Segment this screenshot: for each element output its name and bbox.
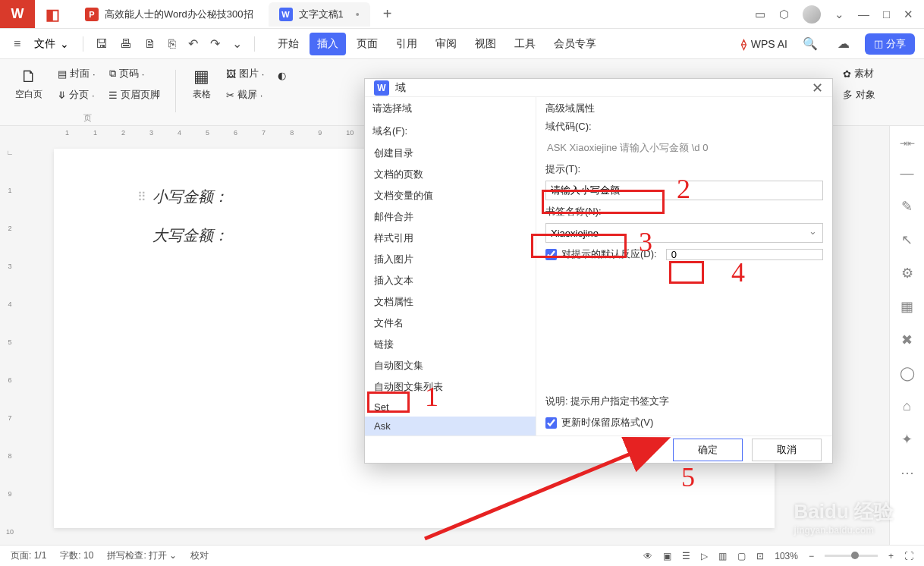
field-item[interactable]: Set [365,398,536,417]
prompt-input[interactable] [545,181,823,200]
undo-icon[interactable]: ↶ [184,33,203,54]
grid-icon[interactable]: ▦ [900,298,913,315]
maximize-icon[interactable]: □ [883,8,890,20]
tab-start[interactable]: 开始 [270,33,306,55]
hamburger-icon[interactable]: ≡ [9,34,25,54]
compress-icon[interactable]: ⇥⇤ [900,138,915,149]
avatar[interactable] [803,5,821,24]
titlebar: W ◧ P 高效能人士的Word办公秘技300招 W 文字文稿1 • + ▭ ⬡… [0,0,924,29]
pdf-app-icon[interactable]: ◧ [35,0,70,28]
book-icon[interactable]: ▥ [718,551,727,561]
cloud-upload-icon[interactable]: ☁ [833,33,854,54]
search-icon[interactable]: 🔍 [798,33,822,54]
shapes-icon[interactable]: ◐ [275,68,289,83]
share-button[interactable]: ◫ 分享 [865,33,915,55]
list-icon[interactable]: ☰ [682,551,690,561]
page-break-button[interactable]: ⤋ 分页 · [55,86,98,103]
field-item-ask[interactable]: Ask [365,417,536,436]
tab-2-label: 文字文稿1 [299,8,344,21]
page-view-icon[interactable]: ▢ [737,551,746,561]
tab-page[interactable]: 页面 [349,33,385,55]
field-list[interactable]: 创建目录 文档的页数 文档变量的值 邮件合并 样式引用 插入图片 插入文本 文档… [365,143,536,436]
field-item[interactable]: 文档属性 [365,291,536,313]
more-icon[interactable]: ✦ [901,431,913,448]
field-item[interactable]: 创建目录 [365,143,536,164]
save-icon[interactable]: 🖫 [91,34,112,54]
cover-button[interactable]: ▤ 封面 · [55,65,99,82]
tab-view[interactable]: 视图 [467,33,504,55]
wps-app-icon[interactable]: W [0,0,35,28]
default-response-input[interactable] [666,249,823,260]
minus-icon[interactable]: — [900,165,914,181]
bookmark-input[interactable] [545,223,823,243]
page-indicator[interactable]: 页面: 1/1 [11,549,46,562]
field-item[interactable]: 文档的页数 [365,164,536,185]
view-mode-icon[interactable]: ▣ [663,551,671,561]
word-count[interactable]: 字数: 10 [60,549,93,562]
add-tab-button[interactable]: + [376,5,399,23]
spell-check-status[interactable]: 拼写检查: 打开 ⌄ [107,549,177,562]
field-item[interactable]: 插入文本 [365,270,536,291]
tab-member[interactable]: 会员专享 [546,33,604,55]
ellipsis-icon[interactable]: ⋯ [900,464,914,481]
field-item[interactable]: 插入图片 [365,249,536,270]
preview-icon[interactable]: 🗎 [140,34,161,54]
box-icon[interactable]: ▭ [755,8,765,21]
format-icon[interactable]: ⌂ [903,398,911,414]
minimize-icon[interactable]: — [858,8,869,20]
document-tab-2[interactable]: W 文字文稿1 • [269,2,370,27]
page-number-button[interactable]: ⧉ 页码 · [106,65,148,82]
document-tab-1[interactable]: P 高效能人士的Word办公秘技300招 [74,2,264,27]
table-button[interactable]: ▦表格 [188,65,215,102]
ruler-tick: 2 [8,225,11,232]
field-item[interactable]: 自动图文集 [365,355,536,376]
play-icon[interactable]: ▷ [701,551,708,561]
zoom-value[interactable]: 103% [775,551,798,561]
field-item[interactable]: 样式引用 [365,228,536,249]
dialog-close-button[interactable]: ✕ [812,80,823,96]
tab-review[interactable]: 审阅 [428,33,464,55]
cover-label: 封面 [70,67,90,80]
pencil-icon[interactable]: ✎ [901,198,913,215]
header-footer-button[interactable]: ☰ 页眉页脚 [105,86,163,103]
zoom-slider[interactable] [825,555,878,557]
blank-page-label: 空白页 [15,88,42,101]
field-item[interactable]: 邮件合并 [365,206,536,228]
proof-status[interactable]: 校对 [190,549,209,562]
tab-tools[interactable]: 工具 [507,33,543,55]
close-icon[interactable]: ✕ [904,8,913,21]
ok-button[interactable]: 确定 [673,439,743,461]
web-view-icon[interactable]: ⊡ [756,551,764,561]
default-response-checkbox[interactable] [545,249,557,260]
screenshot-button[interactable]: ✂ 截屏 · [223,86,266,103]
file-menu[interactable]: 文件 ⌄ [28,34,75,54]
copy-icon[interactable]: ⎘ [164,34,181,54]
redo-icon[interactable]: ↷ [206,33,225,54]
zoom-in-icon[interactable]: + [888,551,894,561]
field-item[interactable]: 自动图文集列表 [365,376,536,398]
more-objects-button[interactable]: 多对象 [840,86,878,103]
field-item[interactable]: 链接 [365,334,536,355]
picture-button[interactable]: 🖼 图片 · [223,65,268,82]
print-icon[interactable]: 🖶 [115,34,137,54]
tools-icon[interactable]: ✖ [901,332,913,348]
tab-reference[interactable]: 引用 [388,33,425,55]
field-item[interactable]: 文件名 [365,313,536,334]
eye-icon[interactable]: 👁 [643,551,652,561]
fullscreen-icon[interactable]: ⛶ [904,551,913,561]
drag-handle-icon[interactable]: ⠿ [137,190,146,204]
zoom-out-icon[interactable]: − [809,551,814,561]
preserve-format-checkbox[interactable] [545,417,557,429]
lock-icon[interactable]: ◯ [900,365,915,382]
caret-down-icon[interactable]: ⌄ [834,8,844,21]
material-button[interactable]: ✿ 素材 [840,65,878,82]
cursor-icon[interactable]: ↖ [901,231,913,248]
cancel-button[interactable]: 取消 [752,439,822,461]
cube-icon[interactable]: ⬡ [779,8,789,21]
blank-page-button[interactable]: 🗋空白页 [11,65,47,102]
wps-ai-button[interactable]: ⟠WPS AI [741,38,787,50]
settings-icon[interactable]: ⚙ [901,265,913,281]
chevron-down-icon[interactable]: ⌄ [228,33,247,54]
tab-insert[interactable]: 插入 [310,33,346,55]
field-item[interactable]: 文档变量的值 [365,185,536,206]
